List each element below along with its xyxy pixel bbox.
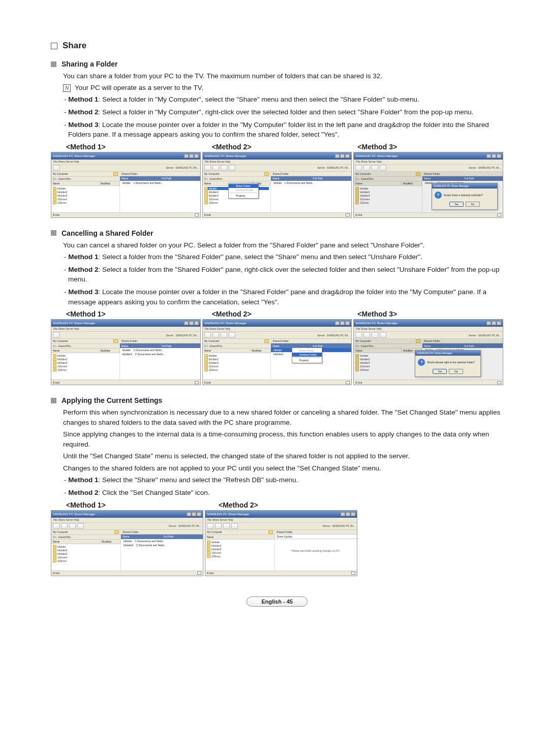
left-pane: My Computer C:\...\Users\Pict... NameMod… bbox=[51, 172, 120, 212]
method-labels-row3: <Method 1> <Method 2> bbox=[51, 501, 503, 509]
method-labels-row: <Method 1> <Method 2> <Method 3> bbox=[51, 143, 503, 151]
server-label: Server : SAMSUNG PC Sh... bbox=[166, 166, 198, 169]
apply-p1: Perform this when synchronization is nec… bbox=[63, 407, 503, 427]
cancel-method1: - Method 1: Select a folder from the "Sh… bbox=[68, 252, 503, 262]
share-note-text: Your PC will operate as a server to the … bbox=[75, 83, 203, 93]
window-controls[interactable] bbox=[184, 154, 199, 158]
share-shot1: SAMSUNG PC Share Manager File Share Serv… bbox=[51, 152, 201, 218]
dialog-message: Would release right to the selected fold… bbox=[427, 361, 475, 364]
ctx-share-folder[interactable]: Share Folder bbox=[292, 349, 322, 353]
question-icon: ? bbox=[418, 359, 425, 366]
context-menu[interactable]: Share Folder Unshare Folder Property bbox=[292, 348, 322, 363]
cancel-heading: Cancelling a Shared Folder bbox=[51, 229, 503, 237]
share-method3: - Method 3: Locate the mouse pointer ove… bbox=[68, 120, 503, 140]
toolbar-btn[interactable] bbox=[53, 165, 59, 171]
share-heading-text: Sharing a Folder bbox=[62, 60, 117, 68]
cancel-method3: - Method 3: Locate the mouse pointer ove… bbox=[68, 287, 503, 307]
cancel-method2: - Method 2: Select a folder from the "Sh… bbox=[68, 265, 503, 285]
context-menu[interactable]: Share Folder Unshare Folder Property bbox=[228, 183, 259, 199]
apply-p2: Since applying changes to the internal d… bbox=[63, 429, 503, 449]
apply-method1: - Method 1: Select the "Share" menu and … bbox=[68, 475, 503, 485]
method1-label: <Method 1> bbox=[66, 501, 219, 509]
question-icon: ? bbox=[435, 192, 442, 199]
share-shot3: SAMSUNG PC Share Manager File Share Serv… bbox=[353, 152, 503, 218]
apply-heading: Applying the Current Settings bbox=[51, 396, 503, 404]
square-bullet-icon bbox=[51, 398, 56, 403]
method2-label: <Method 2> bbox=[212, 143, 358, 151]
dialog-title: SAMSUNG PC Share Manager bbox=[432, 183, 497, 188]
apply-shot2: SAMSUNG PC Share Manager File Share Serv… bbox=[205, 510, 357, 576]
apply-screenshots: SAMSUNG PC Share Manager File Share Serv… bbox=[51, 510, 503, 576]
method2-label: <Method 2> bbox=[219, 501, 371, 509]
section-title: Share bbox=[51, 41, 503, 51]
method3-label: <Method 3> bbox=[357, 143, 503, 151]
folder-list[interactable]: ktfolder ktfolder2 ktfolder3 101msm 102m… bbox=[51, 186, 119, 212]
share-note: N Your PC will operate as a server to th… bbox=[63, 83, 503, 93]
share-intro: You can share a folder from your PC to t… bbox=[63, 71, 503, 81]
method3-label: <Method 3> bbox=[357, 310, 503, 318]
method1-label: <Method 1> bbox=[66, 310, 212, 318]
cancel-intro: You can cancel a shared folder on your P… bbox=[63, 240, 503, 250]
cancel-shot2: SAMSUNG PC Share Manager File Share Serv… bbox=[202, 319, 352, 385]
square-bullet-icon bbox=[51, 230, 56, 236]
ctx-unshare-folder[interactable]: Unshare Folder bbox=[292, 353, 322, 357]
apply-heading-text: Applying the Current Settings bbox=[62, 396, 162, 404]
share-heading: Sharing a Folder bbox=[51, 60, 503, 68]
share-method2: - Method 2: Select a folder in "My Compu… bbox=[68, 107, 503, 117]
cancel-screenshots: SAMSUNG PC Share Manager File Share Serv… bbox=[51, 319, 503, 385]
folder-icon bbox=[113, 172, 118, 176]
share-method1: - Method 1: Select a folder in "My Compu… bbox=[68, 94, 503, 105]
cancel-shot3: SAMSUNG PC Share Manager File Share Serv… bbox=[353, 319, 503, 385]
page-number: English - 45 bbox=[247, 596, 308, 607]
shared-item[interactable]: ktfolder c:\Documents and Settin... bbox=[120, 181, 200, 185]
dialog-message: Would share a selected subfolder? bbox=[444, 194, 483, 197]
confirm-dialog: SAMSUNG PC Share Manager ?Would share a … bbox=[432, 183, 498, 210]
method1-label: <Method 1> bbox=[66, 143, 212, 151]
cancel-heading-text: Cancelling a Shared Folder bbox=[62, 229, 154, 237]
note-icon: N bbox=[63, 84, 71, 92]
apply-p3: Until the "Set Changed State" menu is se… bbox=[63, 451, 503, 461]
apply-method2: - Method 2: Click the "Set Changed State… bbox=[68, 488, 503, 498]
ctx-property[interactable]: Property bbox=[229, 194, 258, 198]
no-button[interactable]: No bbox=[449, 369, 463, 374]
ctx-property[interactable]: Property bbox=[292, 358, 322, 362]
right-pane: Shared Folder NameFull Path ktfolder c:\… bbox=[120, 172, 200, 212]
checkbox-icon bbox=[51, 43, 57, 49]
ctx-share-folder[interactable]: Share Folder bbox=[229, 184, 258, 188]
titlebar: SAMSUNG PC Share Manager bbox=[51, 152, 200, 160]
confirm-dialog: SAMSUNG PC Share Manager ?Would release … bbox=[415, 350, 481, 377]
square-bullet-icon bbox=[51, 61, 56, 67]
cancel-shot1: SAMSUNG PC Share Manager File Share Serv… bbox=[51, 319, 201, 385]
yes-button[interactable]: Yes bbox=[433, 369, 447, 374]
page-footer: English - 45 bbox=[51, 596, 503, 607]
statusbar: 8 Unit bbox=[51, 212, 200, 217]
update-message: Please wait while updating changes on PC… bbox=[275, 539, 357, 562]
dialog-title: SAMSUNG PC Share Manager bbox=[415, 351, 480, 356]
share-shot2: SAMSUNG PC Share Manager File Share Serv… bbox=[202, 152, 352, 218]
no-button[interactable]: No bbox=[466, 202, 480, 207]
ctx-unshare[interactable]: Unshare Folder bbox=[229, 188, 258, 192]
method2-label: <Method 2> bbox=[212, 310, 358, 318]
yes-button[interactable]: Yes bbox=[449, 202, 464, 207]
share-screenshots: SAMSUNG PC Share Manager File Share Serv… bbox=[51, 152, 503, 218]
apply-shot1: SAMSUNG PC Share Manager File Share Serv… bbox=[51, 510, 203, 576]
menubar[interactable]: File Share Server Help bbox=[51, 160, 200, 164]
section-title-text: Share bbox=[63, 41, 86, 51]
apply-p4: Changes to the shared folders are not ap… bbox=[63, 463, 503, 474]
method-labels-row2: <Method 1> <Method 2> <Method 3> bbox=[51, 310, 503, 318]
toolbar: Server : SAMSUNG PC Sh... bbox=[51, 164, 200, 172]
